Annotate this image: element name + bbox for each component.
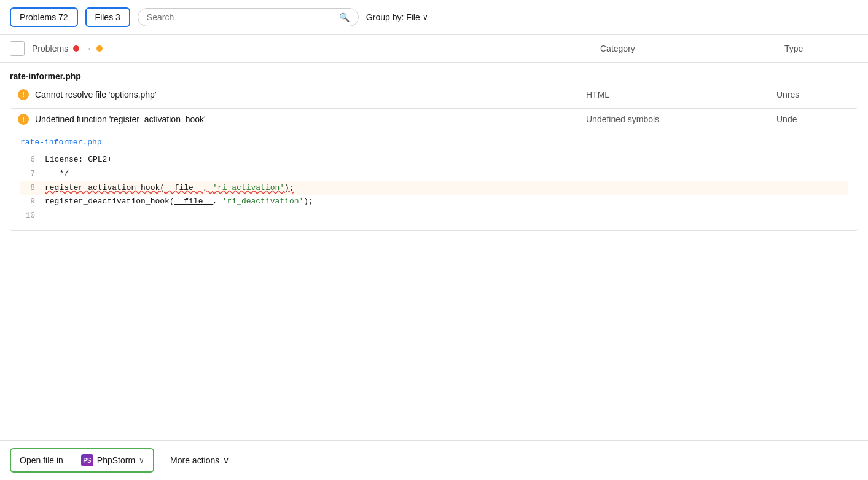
code-line-8: 8 register_activation_hook(__file__, 'ri…	[20, 181, 848, 195]
problem-type-2: Unde	[776, 114, 850, 124]
code-file-link[interactable]: rate-informer.php	[20, 138, 848, 147]
line-content: */	[45, 168, 69, 181]
squiggly-code: register_activation_hook(__file__, 'ri_a…	[45, 183, 294, 192]
code-line-6: 6 License: GPL2+	[20, 153, 848, 167]
file-group: rate-informer.php ! Cannot resolve file …	[0, 63, 868, 240]
problem-category: HTML	[586, 90, 770, 100]
open-file-app-button[interactable]: PS PhpStorm ∨	[72, 449, 153, 471]
detail-panel: ! Undefined function 'register_activatio…	[10, 108, 858, 231]
tab-problems[interactable]: Problems 72	[10, 7, 78, 27]
panel: Problems 72 Files 3 🔍 Group by: File ∨ P…	[0, 0, 868, 480]
open-file-group: Open file in PS PhpStorm ∨	[10, 448, 154, 473]
problems-column-header: Problems →	[32, 44, 600, 53]
group-by-label: Group by: File	[366, 12, 420, 22]
code-section: rate-informer.php 6 License: GPL2+ 7 */ …	[10, 130, 858, 230]
code-line-7: 7 */	[20, 167, 848, 181]
more-actions-button[interactable]: More actions ∨	[162, 450, 238, 470]
problem-text-2: Undefined function 'register_activation_…	[35, 114, 580, 124]
search-input[interactable]	[147, 12, 334, 22]
line-content: register_activation_hook(__file__, 'ri_a…	[45, 182, 294, 195]
line-content	[45, 210, 50, 222]
more-actions-label: More actions	[170, 455, 219, 465]
search-icon: 🔍	[339, 12, 350, 22]
line-number: 9	[20, 195, 35, 208]
problem-text: Cannot resolve file 'options.php'	[35, 90, 580, 100]
chevron-down-icon: ∨	[139, 456, 144, 465]
tab-files[interactable]: Files 3	[85, 7, 130, 27]
code-line-9: 9 register_deactivation_hook(__file__, '…	[20, 195, 848, 209]
type-column-header: Type	[784, 44, 858, 53]
content-area: rate-informer.php ! Cannot resolve file …	[0, 63, 868, 440]
line-number: 6	[20, 154, 35, 167]
line-number: 7	[20, 168, 35, 181]
line-content: register_deactivation_hook(__file__, 'ri…	[45, 195, 313, 208]
chevron-down-icon: ∨	[423, 13, 428, 22]
line-number: 8	[20, 182, 35, 195]
problem-row[interactable]: ! Cannot resolve file 'options.php' HTML…	[10, 84, 858, 106]
open-file-label: Open file in	[11, 450, 72, 470]
footer-bar: Open file in PS PhpStorm ∨ More actions …	[0, 440, 868, 480]
category-column-header: Category	[600, 44, 784, 53]
warning-icon-2: !	[18, 114, 29, 125]
column-headers: Problems → Category Type	[0, 35, 868, 63]
col-problems-text: Problems	[32, 44, 68, 53]
chevron-down-icon: ∨	[223, 455, 229, 465]
arrow-icon: →	[84, 44, 92, 53]
search-box: 🔍	[138, 8, 359, 26]
problem-row-expanded[interactable]: ! Undefined function 'register_activatio…	[10, 109, 858, 130]
app-name-label: PhpStorm	[97, 455, 135, 465]
file-group-name: rate-informer.php	[10, 69, 858, 84]
warning-dot-icon	[96, 45, 103, 52]
error-dot-icon	[73, 45, 79, 52]
code-line-10: 10	[20, 209, 848, 223]
phpstorm-icon: PS	[81, 454, 93, 466]
problem-category-2: Undefined symbols	[586, 114, 770, 124]
warning-icon: !	[18, 89, 29, 100]
header-bar: Problems 72 Files 3 🔍 Group by: File ∨	[0, 0, 868, 35]
problem-type: Unres	[776, 90, 850, 100]
select-all-checkbox[interactable]	[10, 41, 25, 56]
group-by-dropdown[interactable]: Group by: File ∨	[366, 12, 428, 22]
line-number: 10	[20, 210, 35, 222]
code-lines: 6 License: GPL2+ 7 */ 8 register_activat…	[20, 153, 848, 223]
line-content: License: GPL2+	[45, 154, 112, 167]
